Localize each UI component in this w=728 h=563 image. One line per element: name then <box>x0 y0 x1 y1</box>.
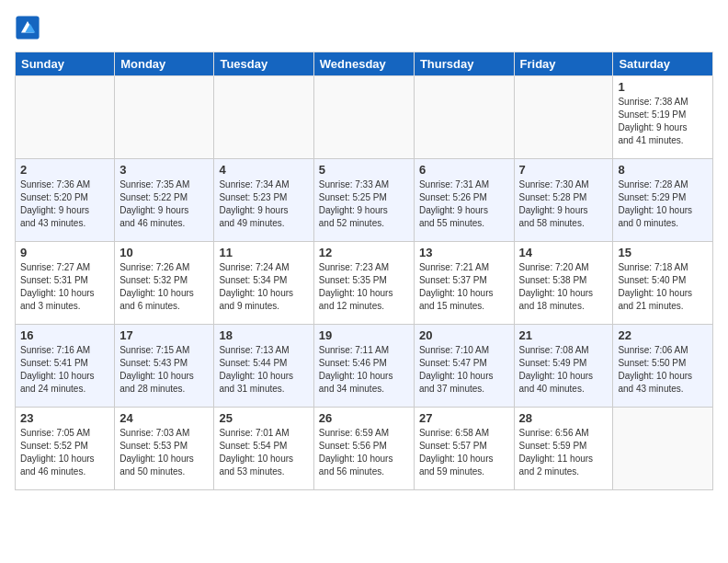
day-number: 7 <box>519 163 609 177</box>
day-info: Sunrise: 7:27 AM Sunset: 5:31 PM Dayligh… <box>20 261 109 313</box>
calendar-cell: 9Sunrise: 7:27 AM Sunset: 5:31 PM Daylig… <box>16 242 115 325</box>
day-number: 23 <box>20 411 109 425</box>
day-info: Sunrise: 6:56 AM Sunset: 5:59 PM Dayligh… <box>519 427 609 478</box>
day-number: 11 <box>219 246 308 259</box>
day-number: 15 <box>618 246 708 259</box>
day-number: 17 <box>119 328 209 342</box>
day-number: 1 <box>618 80 708 94</box>
day-number: 12 <box>319 246 409 259</box>
day-info: Sunrise: 7:11 AM Sunset: 5:46 PM Dayligh… <box>319 344 409 396</box>
calendar-cell: 13Sunrise: 7:21 AM Sunset: 5:37 PM Dayli… <box>414 242 514 325</box>
calendar-cell: 23Sunrise: 7:05 AM Sunset: 5:52 PM Dayli… <box>16 408 115 490</box>
weekday-header: Saturday <box>613 52 713 76</box>
calendar-week-row: 1Sunrise: 7:38 AM Sunset: 5:19 PM Daylig… <box>16 76 713 159</box>
day-number: 14 <box>519 246 609 259</box>
weekday-header: Friday <box>514 52 613 76</box>
calendar-cell: 25Sunrise: 7:01 AM Sunset: 5:54 PM Dayli… <box>214 408 313 490</box>
day-info: Sunrise: 7:38 AM Sunset: 5:19 PM Dayligh… <box>618 96 708 147</box>
day-info: Sunrise: 7:05 AM Sunset: 5:52 PM Dayligh… <box>20 427 109 478</box>
day-info: Sunrise: 7:13 AM Sunset: 5:44 PM Dayligh… <box>219 344 308 396</box>
day-info: Sunrise: 7:10 AM Sunset: 5:47 PM Dayligh… <box>419 344 509 396</box>
calendar-cell: 26Sunrise: 6:59 AM Sunset: 5:56 PM Dayli… <box>313 408 414 490</box>
calendar-week-row: 23Sunrise: 7:05 AM Sunset: 5:52 PM Dayli… <box>16 408 713 490</box>
day-info: Sunrise: 7:31 AM Sunset: 5:26 PM Dayligh… <box>419 178 509 230</box>
day-number: 21 <box>519 328 609 342</box>
day-number: 5 <box>319 163 409 177</box>
day-number: 10 <box>119 246 209 259</box>
calendar-cell <box>16 76 115 159</box>
logo <box>15 15 42 40</box>
calendar-cell <box>514 76 613 159</box>
calendar-cell: 5Sunrise: 7:33 AM Sunset: 5:25 PM Daylig… <box>313 159 414 242</box>
calendar-cell <box>313 76 414 159</box>
day-info: Sunrise: 7:23 AM Sunset: 5:35 PM Dayligh… <box>319 261 409 313</box>
day-number: 9 <box>20 246 109 259</box>
calendar-cell: 16Sunrise: 7:16 AM Sunset: 5:41 PM Dayli… <box>16 325 115 408</box>
day-info: Sunrise: 7:24 AM Sunset: 5:34 PM Dayligh… <box>219 261 308 313</box>
day-number: 8 <box>618 163 708 177</box>
day-number: 27 <box>419 411 509 425</box>
calendar-cell: 18Sunrise: 7:13 AM Sunset: 5:44 PM Dayli… <box>214 325 313 408</box>
calendar-cell <box>613 408 713 490</box>
calendar-cell: 15Sunrise: 7:18 AM Sunset: 5:40 PM Dayli… <box>613 242 713 325</box>
calendar-cell: 11Sunrise: 7:24 AM Sunset: 5:34 PM Dayli… <box>214 242 313 325</box>
calendar-week-row: 2Sunrise: 7:36 AM Sunset: 5:20 PM Daylig… <box>16 159 713 242</box>
day-info: Sunrise: 7:01 AM Sunset: 5:54 PM Dayligh… <box>219 427 308 478</box>
weekday-header: Tuesday <box>214 52 313 76</box>
day-info: Sunrise: 7:15 AM Sunset: 5:43 PM Dayligh… <box>119 344 209 396</box>
day-number: 3 <box>119 163 209 177</box>
calendar-cell <box>414 76 514 159</box>
calendar-cell: 12Sunrise: 7:23 AM Sunset: 5:35 PM Dayli… <box>313 242 414 325</box>
calendar-cell: 20Sunrise: 7:10 AM Sunset: 5:47 PM Dayli… <box>414 325 514 408</box>
weekday-header-row: SundayMondayTuesdayWednesdayThursdayFrid… <box>16 52 713 76</box>
day-info: Sunrise: 7:08 AM Sunset: 5:49 PM Dayligh… <box>519 344 609 396</box>
day-number: 16 <box>20 328 109 342</box>
day-info: Sunrise: 7:03 AM Sunset: 5:53 PM Dayligh… <box>119 427 209 478</box>
day-info: Sunrise: 7:18 AM Sunset: 5:40 PM Dayligh… <box>618 261 708 313</box>
calendar-cell: 19Sunrise: 7:11 AM Sunset: 5:46 PM Dayli… <box>313 325 414 408</box>
day-info: Sunrise: 7:36 AM Sunset: 5:20 PM Dayligh… <box>20 178 109 230</box>
day-info: Sunrise: 7:30 AM Sunset: 5:28 PM Dayligh… <box>519 178 609 230</box>
day-number: 13 <box>419 246 509 259</box>
calendar-week-row: 9Sunrise: 7:27 AM Sunset: 5:31 PM Daylig… <box>16 242 713 325</box>
day-number: 19 <box>319 328 409 342</box>
calendar-cell: 27Sunrise: 6:58 AM Sunset: 5:57 PM Dayli… <box>414 408 514 490</box>
weekday-header: Sunday <box>16 52 115 76</box>
calendar-cell: 4Sunrise: 7:34 AM Sunset: 5:23 PM Daylig… <box>214 159 313 242</box>
day-info: Sunrise: 7:16 AM Sunset: 5:41 PM Dayligh… <box>20 344 109 396</box>
calendar-table: SundayMondayTuesdayWednesdayThursdayFrid… <box>15 52 713 490</box>
day-number: 28 <box>519 411 609 425</box>
calendar-cell: 10Sunrise: 7:26 AM Sunset: 5:32 PM Dayli… <box>115 242 214 325</box>
weekday-header: Monday <box>115 52 214 76</box>
calendar-cell: 7Sunrise: 7:30 AM Sunset: 5:28 PM Daylig… <box>514 159 613 242</box>
day-info: Sunrise: 7:21 AM Sunset: 5:37 PM Dayligh… <box>419 261 509 313</box>
calendar-cell: 3Sunrise: 7:35 AM Sunset: 5:22 PM Daylig… <box>115 159 214 242</box>
calendar-cell: 6Sunrise: 7:31 AM Sunset: 5:26 PM Daylig… <box>414 159 514 242</box>
day-number: 24 <box>119 411 209 425</box>
day-number: 4 <box>219 163 308 177</box>
day-number: 22 <box>618 328 708 342</box>
logo-icon <box>15 15 40 40</box>
weekday-header: Wednesday <box>313 52 414 76</box>
calendar-cell: 28Sunrise: 6:56 AM Sunset: 5:59 PM Dayli… <box>514 408 613 490</box>
day-info: Sunrise: 6:59 AM Sunset: 5:56 PM Dayligh… <box>319 427 409 478</box>
calendar-cell: 8Sunrise: 7:28 AM Sunset: 5:29 PM Daylig… <box>613 159 713 242</box>
day-number: 6 <box>419 163 509 177</box>
calendar-cell: 22Sunrise: 7:06 AM Sunset: 5:50 PM Dayli… <box>613 325 713 408</box>
day-info: Sunrise: 7:33 AM Sunset: 5:25 PM Dayligh… <box>319 178 409 230</box>
calendar-cell <box>214 76 313 159</box>
calendar-cell <box>115 76 214 159</box>
calendar-cell: 24Sunrise: 7:03 AM Sunset: 5:53 PM Dayli… <box>115 408 214 490</box>
day-info: Sunrise: 7:20 AM Sunset: 5:38 PM Dayligh… <box>519 261 609 313</box>
day-info: Sunrise: 7:28 AM Sunset: 5:29 PM Dayligh… <box>618 178 708 230</box>
calendar-cell: 1Sunrise: 7:38 AM Sunset: 5:19 PM Daylig… <box>613 76 713 159</box>
day-number: 18 <box>219 328 308 342</box>
day-info: Sunrise: 7:35 AM Sunset: 5:22 PM Dayligh… <box>119 178 209 230</box>
weekday-header: Thursday <box>414 52 514 76</box>
page-header <box>15 15 713 40</box>
day-info: Sunrise: 7:06 AM Sunset: 5:50 PM Dayligh… <box>618 344 708 396</box>
day-info: Sunrise: 7:26 AM Sunset: 5:32 PM Dayligh… <box>119 261 209 313</box>
calendar-cell: 2Sunrise: 7:36 AM Sunset: 5:20 PM Daylig… <box>16 159 115 242</box>
calendar-cell: 21Sunrise: 7:08 AM Sunset: 5:49 PM Dayli… <box>514 325 613 408</box>
day-info: Sunrise: 6:58 AM Sunset: 5:57 PM Dayligh… <box>419 427 509 478</box>
